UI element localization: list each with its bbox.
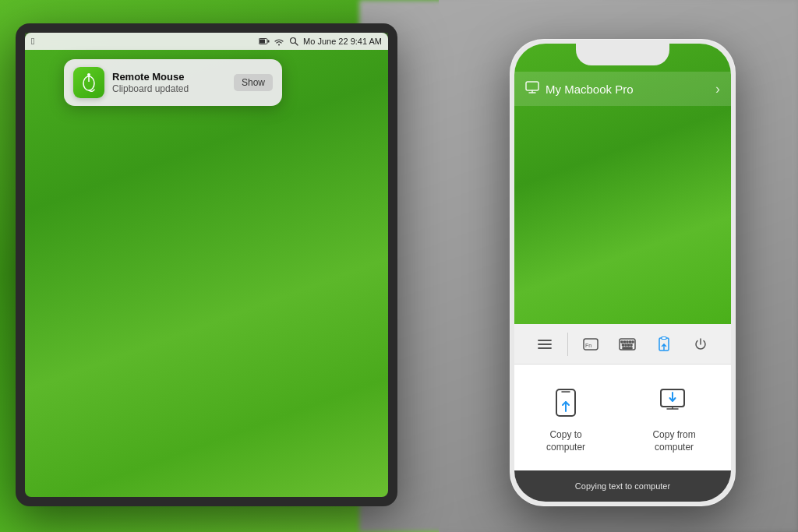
svg-rect-26: [623, 347, 632, 349]
phone-header-bar: My Macbook Pro ›: [514, 72, 731, 106]
copy-from-computer-icon: [654, 381, 694, 421]
clipboard-actions: Copy to computer: [530, 381, 715, 453]
menubar-datetime: Mo June 22 9:41 AM: [303, 37, 382, 46]
notification-show-button[interactable]: Show: [234, 74, 273, 91]
copy-to-computer-action[interactable]: Copy to computer: [530, 381, 602, 453]
svg-rect-22: [622, 344, 623, 346]
search-icon: [288, 37, 299, 45]
phone-device: My Macbook Pro › Fn: [510, 39, 736, 506]
phone-status-text: Copying text to computer: [575, 481, 670, 491]
svg-rect-24: [627, 344, 629, 346]
svg-point-3: [291, 38, 296, 44]
svg-line-4: [295, 43, 298, 45]
toolbar-separator: [567, 333, 568, 356]
clipboard-button[interactable]: [650, 330, 678, 358]
monitor-icon: [525, 81, 539, 97]
phone-status-bar: Copying text to computer: [514, 470, 731, 502]
phone-toolbar: Fn: [514, 324, 731, 365]
copy-to-computer-label: Copy to computer: [530, 429, 602, 453]
macos-menubar: : [25, 33, 388, 50]
laptop-device: : [16, 23, 397, 506]
phone-notch: [576, 44, 669, 65]
function-key-button[interactable]: Fn: [577, 330, 605, 358]
svg-rect-18: [623, 341, 625, 343]
svg-rect-8: [526, 82, 538, 90]
svg-rect-1: [260, 40, 265, 44]
menubar-left: : [31, 36, 37, 47]
phone-green-area: My Macbook Pro ›: [514, 44, 731, 324]
svg-rect-2: [268, 41, 270, 43]
copy-from-computer-action[interactable]: Copy from computer: [633, 381, 715, 453]
svg-rect-19: [627, 341, 628, 343]
svg-rect-21: [632, 341, 634, 343]
phone-screen: My Macbook Pro › Fn: [514, 44, 731, 502]
macos-notification: Remote Mouse Clipboard updated Show: [64, 59, 282, 106]
svg-text:Fn: Fn: [585, 343, 591, 348]
notification-title: Remote Mouse: [112, 71, 226, 83]
copy-to-computer-icon: [546, 381, 586, 421]
menubar-right: Mo June 22 9:41 AM: [259, 37, 382, 46]
wifi-icon: [274, 37, 284, 45]
phone-header-title: My Macbook Pro: [546, 83, 709, 96]
svg-point-7: [87, 73, 90, 76]
notification-subtitle: Clipboard updated: [112, 83, 226, 94]
power-button[interactable]: [687, 330, 715, 358]
svg-rect-23: [625, 344, 627, 346]
hamburger-menu-button[interactable]: [531, 330, 559, 358]
copy-from-computer-label: Copy from computer: [633, 429, 715, 453]
notification-app-icon: [73, 67, 104, 98]
apple-logo-icon: : [31, 36, 34, 47]
svg-rect-20: [629, 341, 630, 343]
notification-content: Remote Mouse Clipboard updated: [112, 71, 226, 94]
laptop-screen: : [25, 33, 388, 497]
chevron-right-icon: ›: [715, 81, 720, 97]
svg-rect-17: [621, 341, 623, 343]
phone-clipboard-content: Copy to computer: [514, 365, 731, 470]
svg-rect-25: [630, 344, 632, 346]
battery-icon: [259, 37, 270, 45]
svg-rect-28: [662, 336, 666, 339]
keyboard-button[interactable]: [613, 330, 641, 358]
